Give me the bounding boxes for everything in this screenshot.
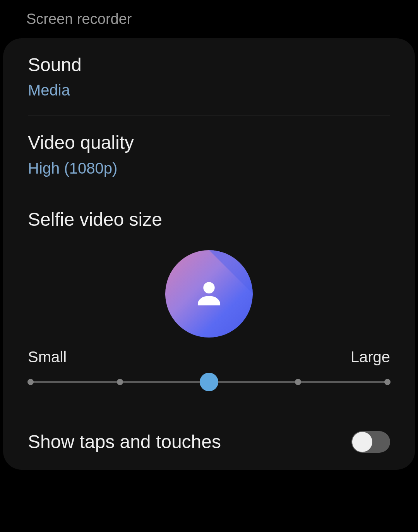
toggle-knob	[352, 432, 372, 452]
slider-tick	[384, 379, 391, 385]
settings-panel: Sound Media Video quality High (1080p) S…	[3, 38, 415, 470]
slider-tick	[295, 379, 301, 385]
video-quality-label: Video quality	[28, 131, 390, 155]
page-title: Screen recorder	[0, 0, 418, 38]
show-taps-label: Show taps and touches	[28, 431, 221, 452]
selfie-size-section: Selfie video size Small Large	[3, 194, 415, 414]
show-taps-toggle[interactable]	[351, 431, 390, 453]
slider-tick	[27, 379, 34, 385]
sound-label: Sound	[28, 53, 390, 77]
video-quality-setting-row[interactable]: Video quality High (1080p)	[3, 116, 415, 193]
person-icon	[193, 276, 225, 312]
sound-value: Media	[28, 80, 390, 100]
show-taps-row[interactable]: Show taps and touches	[3, 414, 415, 470]
selfie-size-label: Selfie video size	[28, 209, 390, 230]
svg-point-0	[203, 282, 214, 293]
slider-thumb[interactable]	[200, 373, 218, 391]
sound-setting-row[interactable]: Sound Media	[3, 38, 415, 116]
slider-tick	[117, 379, 123, 385]
video-quality-value: High (1080p)	[28, 158, 390, 178]
selfie-size-slider[interactable]	[28, 373, 390, 390]
slider-min-label: Small	[28, 348, 67, 366]
slider-labels: Small Large	[28, 348, 390, 366]
avatar-circle	[165, 250, 253, 338]
slider-max-label: Large	[351, 348, 390, 366]
selfie-preview	[28, 250, 390, 338]
